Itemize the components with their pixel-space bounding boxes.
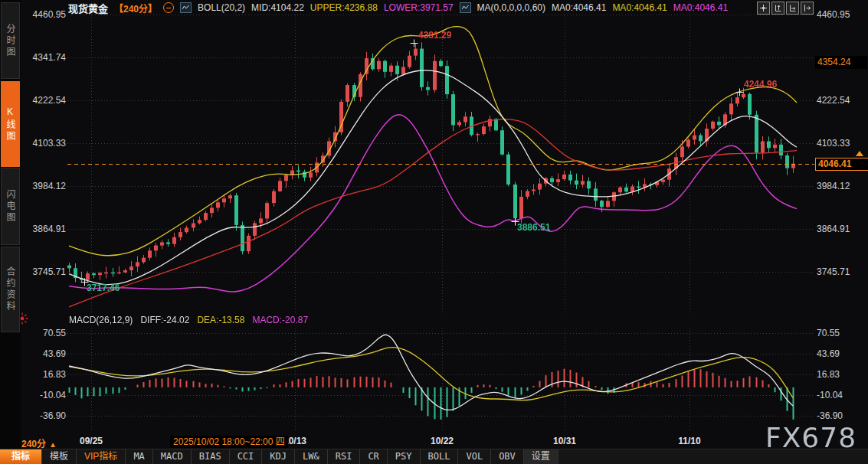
- boll-lower-value: LOWER:3971.57: [384, 2, 454, 13]
- price-axis-label-left-0: 4460.95: [25, 8, 66, 21]
- price-axis-label-right-4: 3984.12: [817, 180, 858, 192]
- topbar: 现货黄金 【240分】 BOLL(20,2) MID:4104.22 UPPER…: [21, 0, 868, 15]
- footer-item-ind-ma[interactable]: MA: [126, 449, 152, 464]
- annotation-low-3: 3717.46: [87, 283, 120, 293]
- price-axis-label-right-2: 4222.54: [817, 94, 858, 106]
- boll-mid-value: MID:4104.22: [251, 2, 304, 13]
- macd-axis-label-left-2: 16.83: [25, 368, 66, 381]
- date-tick-2: 10/22: [431, 436, 454, 446]
- footer-item-ind-vol[interactable]: VOL: [458, 449, 491, 464]
- macd-axis-label-right-2: 16.83: [817, 368, 858, 381]
- footer-item-settings[interactable]: 设置: [524, 449, 558, 464]
- footer-item-ind-psy[interactable]: PSY: [388, 449, 421, 464]
- macd-axis-label-left-1: 43.69: [25, 348, 66, 360]
- ma0-magenta-value: MA0:4046.41: [673, 2, 728, 13]
- ma0-white-value: MA0:4046.41: [552, 2, 606, 13]
- sidebar-tab-1[interactable]: K线图: [1, 81, 20, 167]
- date-tick-3: 10/31: [553, 436, 576, 446]
- footer-item-ind-cci[interactable]: CCI: [230, 449, 263, 464]
- footer-item-ind-lwr[interactable]: LW&: [295, 449, 328, 464]
- annotation-high-1: 4244.96: [744, 79, 777, 90]
- price-axis-label-left-5: 3864.91: [25, 223, 66, 235]
- price-arrow-marker: [856, 151, 863, 156]
- sidebar: 分时图K线图闪电图合约资料: [0, 0, 21, 449]
- footer-item-ind-obv[interactable]: OBV: [491, 449, 524, 464]
- trading-app-window: 分时图K线图闪电图合约资料 现货黄金 【240分】 BOLL(20,2) MID…: [0, 0, 868, 464]
- crosshair-icon[interactable]: [757, 2, 770, 15]
- macd-axis-label-right-0: 70.55: [817, 327, 858, 339]
- price-axis-label-left-2: 4222.54: [25, 94, 66, 106]
- macd-axis-label-left-3: -10.04: [25, 389, 66, 401]
- collapse-icon[interactable]: [163, 2, 174, 13]
- footer-item-ind-rsi[interactable]: RSI: [328, 449, 361, 464]
- boll-label: BOLL(20,2): [198, 2, 245, 13]
- macd-axis-label-left-4: -36.90: [25, 410, 66, 422]
- price-axis-label-left-3: 4103.33: [25, 137, 66, 149]
- macd-axis-label-left-0: 70.55: [25, 327, 66, 339]
- scale-x-axis-icon[interactable]: [786, 2, 799, 15]
- footer-item-ind-bias[interactable]: BIAS: [192, 449, 230, 464]
- period-badge[interactable]: 240分▲: [21, 436, 57, 449]
- price-axis-label-right-3: 4103.33: [817, 137, 858, 149]
- price-axis-label-right-0: 4460.95: [817, 8, 858, 21]
- footer-toolbar: 指标模板VIP指标MAMACDBIASCCIKDJLW&RSICRPSYBOLL…: [0, 449, 868, 464]
- annotation-low-2: 3886.51: [517, 222, 550, 233]
- date-axis: 09/2510/1310/2210/3111/10: [0, 436, 868, 449]
- sidebar-tab-2[interactable]: 闪电图: [1, 168, 20, 245]
- period-up-arrow-icon: ▲: [49, 440, 57, 449]
- footer-item-tab-indicators[interactable]: 指标: [0, 449, 42, 464]
- boll-indicator-icon[interactable]: [180, 2, 192, 13]
- session-high-badge: 4354.24: [815, 56, 867, 69]
- macd-axis-label-right-1: 43.69: [817, 348, 858, 360]
- macd-name: MACD(26,12,9): [69, 315, 133, 327]
- date-tick-4: 11/10: [678, 436, 700, 446]
- price-axis-label-left-6: 3745.71: [25, 266, 66, 278]
- macd-axis-label-right-4: -36.90: [817, 410, 858, 422]
- footer-item-ind-cr[interactable]: CR: [360, 449, 387, 464]
- macd-axis-label-right-3: -10.04: [817, 389, 858, 401]
- sidebar-tab-3[interactable]: 合约资料: [1, 247, 20, 332]
- boll-upper-value: UPPER:4236.88: [310, 2, 378, 13]
- macd-diff-value: DIFF:-24.02: [140, 315, 189, 327]
- price-axis-label-right-5: 3864.91: [817, 223, 858, 235]
- price-axis-label-right-6: 3745.71: [817, 266, 858, 278]
- chart-toolbar: [757, 2, 814, 15]
- footer-item-ind-boll[interactable]: BOLL: [421, 449, 459, 464]
- footer-item-tab-templates[interactable]: 模板: [42, 449, 77, 464]
- pane-expand-icon[interactable]: [801, 2, 814, 15]
- date-tick-0: 09/25: [80, 436, 103, 446]
- macd-legend: MACD(26,12,9) DIFF:-24.02 DEA:-13.58 MAC…: [69, 315, 308, 327]
- bar-datetime-tooltip: 2025/10/02 18:00~22:00 四: [170, 436, 288, 448]
- ma0-yellow-value: MA0:4046.41: [612, 2, 667, 13]
- price-axis-label-left-4: 3984.12: [25, 180, 66, 192]
- macd-macd-value: MACD:-20.87: [252, 315, 308, 327]
- current-price-badge: 4046.41: [815, 158, 868, 171]
- price-chart-canvas[interactable]: [67, 15, 814, 432]
- macd-dea-value: DEA:-13.58: [197, 315, 244, 327]
- sidebar-tab-0[interactable]: 分时图: [1, 2, 20, 79]
- footer-item-ind-kdj[interactable]: KDJ: [262, 449, 295, 464]
- period-label: 【240分】: [114, 2, 157, 15]
- ma-indicator-icon[interactable]: [460, 2, 471, 13]
- footer-item-ind-macd[interactable]: MACD: [153, 449, 192, 464]
- price-axis-label-left-1: 4341.74: [25, 51, 66, 64]
- footer-item-vip-indicators[interactable]: VIP指标: [77, 449, 126, 464]
- ma-label: MA(0,0,0,0,0,60): [477, 2, 545, 13]
- annotation-high-0: 4381.29: [418, 30, 451, 41]
- scale-y-axis-icon[interactable]: [771, 2, 784, 15]
- symbol-title: 现货黄金: [68, 1, 108, 15]
